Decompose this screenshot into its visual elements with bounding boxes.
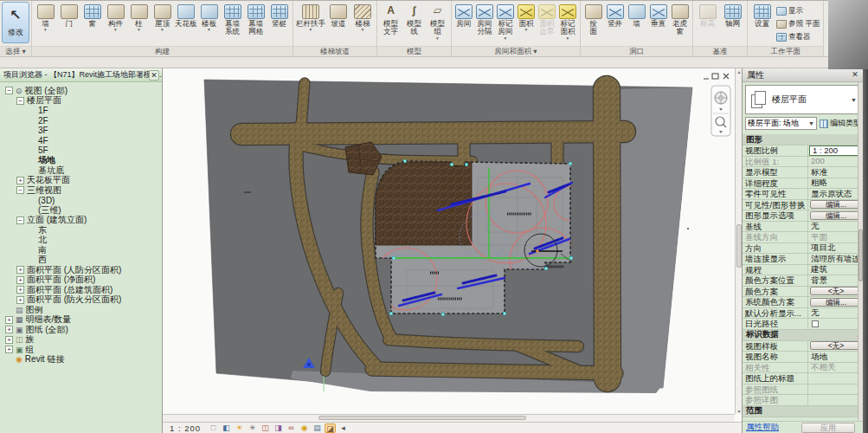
model-line-button[interactable]: ∫模型 线 [402,2,426,36]
tree-item[interactable]: 西 [0,255,162,266]
column-button[interactable]: 柱▾ [127,2,151,31]
tree-item[interactable]: +面积平面 (净面积) [0,275,162,286]
property-value[interactable]: 建筑 [808,264,864,275]
model-group-button[interactable]: ▱模型 组▾ [426,2,449,40]
properties-close-icon[interactable]: ✕ [850,70,860,81]
tree-item[interactable]: 场地 [0,156,162,166]
property-value[interactable]: 显示原状态 [808,189,864,199]
tree-item[interactable]: 3F [0,126,162,136]
tree-item[interactable]: +◫族 [0,335,162,346]
site-plan-view[interactable] [163,68,735,414]
property-value[interactable]: 平面 [808,232,864,242]
tree-item[interactable]: ▤图例 [0,305,162,315]
tree-item[interactable]: +面积平面 (总建筑面积) [0,285,162,295]
tag-area-button[interactable]: 标记 面积▾ [557,2,578,40]
vertical-scrollbar[interactable]: ▴ ▾ [735,68,742,414]
tree-item[interactable]: (3D) [0,196,162,206]
expand-icon[interactable]: + [5,346,13,353]
property-button[interactable]: 编辑... [810,211,862,220]
expand-icon[interactable]: + [16,266,24,274]
room-separator-button[interactable]: 房间 分隔 [474,2,495,36]
temporary-view-properties-icon[interactable]: ▤ [312,423,323,433]
tree-item[interactable]: 南 [0,245,162,255]
apply-button[interactable]: 应用 [801,423,855,433]
tree-item[interactable]: +天花板平面 [0,176,162,186]
property-value[interactable]: 标准 [808,167,864,178]
reference-plane-button[interactable]: 参照 平面 [775,17,821,30]
ribbon-group-label[interactable]: 构建 [32,46,293,56]
floor-button[interactable]: 楼板▾ [197,2,221,31]
area-boundary-button[interactable]: 面积 边界 [537,2,557,36]
navigation-bar[interactable] [711,86,730,136]
shaft-opening-button[interactable]: 竖井 [604,2,626,28]
shadows-icon[interactable]: ☀ [247,423,258,433]
railing-button[interactable]: 栏杆扶手▾ [295,2,326,31]
property-value[interactable]: 背景 [808,275,864,286]
dormer-opening-button[interactable]: 老虎窗 [669,2,691,36]
vertical-opening-button[interactable]: 垂直 [647,2,669,28]
project-browser-close-icon[interactable]: ✕ [149,70,159,81]
steering-wheel-icon[interactable] [715,92,727,104]
collapse-icon[interactable]: − [5,87,13,94]
property-button[interactable]: 编辑... [810,298,862,307]
expand-icon[interactable]: + [16,177,24,184]
tree-item[interactable]: +▣图纸 (全部) [0,325,162,335]
ramp-button[interactable]: 坡道 [326,2,350,28]
door-button[interactable]: 门 [57,2,80,28]
tree-item[interactable]: +▣组 [0,345,162,355]
checkbox[interactable] [812,320,819,327]
opening-by-face-button[interactable]: 按 面 [582,2,604,36]
sun-path-icon[interactable]: ☀ [234,423,245,433]
mullion-button[interactable]: 竖梃 [267,2,291,28]
view-scale[interactable]: 1 : 200 [170,423,201,433]
type-selector[interactable]: 楼层平面 ▼ [745,85,861,114]
property-value[interactable]: 无 [808,221,864,231]
property-value[interactable]: 200 [808,156,864,166]
tree-item[interactable]: 北 [0,236,162,246]
property-button[interactable]: <无> [810,341,862,350]
expand-icon[interactable]: + [16,296,24,304]
wall-button[interactable]: 墙▾ [34,2,57,31]
ribbon-group-label[interactable]: 工作平面 [748,46,823,56]
tree-item[interactable]: −三维视图 [0,185,162,196]
ribbon-group-label[interactable]: 楼梯坡道 [293,46,376,56]
tree-item[interactable]: 1F [0,106,162,116]
collapse-view-bar-icon[interactable]: ◂ [338,423,349,433]
tree-item[interactable]: +▦明细表/数量 [0,315,162,326]
property-value[interactable]: 粗略 [808,178,864,188]
horizontal-scroll-thumb[interactable] [318,416,526,420]
curtain-grid-button[interactable]: 幕墙 网格 [244,2,267,36]
visual-style-icon[interactable]: ◧ [221,423,232,433]
ceiling-button[interactable]: 天花板 [174,2,197,28]
room-button[interactable]: 房间 [453,2,474,28]
properties-help-link[interactable]: 属性帮助 [746,422,779,433]
property-value[interactable]: 不相关 [808,362,864,372]
roof-button[interactable]: 屋顶▾ [151,2,174,31]
tree-item[interactable]: 东 [0,225,162,236]
level-button[interactable]: 标高 [695,2,720,28]
ribbon-group-label[interactable]: 模型 [377,46,451,56]
show-crop-region-icon[interactable]: ◨ [273,423,284,433]
expand-icon[interactable]: + [16,276,24,284]
expand-icon[interactable]: + [5,336,13,344]
curtain-system-button[interactable]: 幕墙 系统 [221,2,244,36]
edit-type-button[interactable]: 编辑类型 [820,118,861,129]
tree-item[interactable]: 基坑底 [0,165,162,176]
expand-icon[interactable]: + [16,286,24,294]
collapse-icon[interactable]: − [16,186,24,194]
instance-selector[interactable]: 楼层平面: 场地 ▼ [745,117,817,130]
horizontal-scrollbar[interactable] [163,414,735,422]
wall-opening-button[interactable]: 墙 [626,2,647,28]
property-value[interactable]: 1 : 200 [809,145,863,156]
chevron-down-icon[interactable]: ▼ [851,97,857,103]
property-value[interactable]: 项目北 [808,242,864,253]
tree-item[interactable]: −楼层平面 [0,96,162,107]
reveal-hidden-elements-icon[interactable]: ◉ [299,423,310,433]
tree-item[interactable]: 2F [0,116,162,126]
property-value[interactable]: 清理所有墙连接 [808,254,864,264]
collapse-icon[interactable]: − [16,216,24,224]
tree-item[interactable]: +面积平面 (人防分区面积) [0,265,162,275]
crop-view-icon[interactable]: ◫ [260,423,271,433]
property-button[interactable]: <无> [810,287,862,295]
tag-room-button[interactable]: 标记 房间▾ [495,2,516,40]
